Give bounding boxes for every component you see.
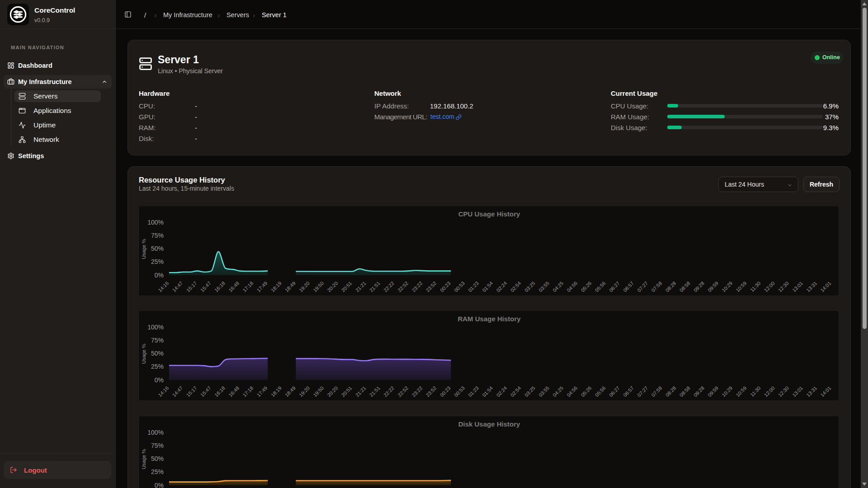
svg-text:17:18: 17:18: [241, 385, 254, 398]
svg-text:50%: 50%: [151, 350, 164, 357]
svg-text:12:00: 12:00: [763, 385, 776, 398]
svg-text:100%: 100%: [147, 324, 164, 331]
svg-text:Usage %: Usage %: [141, 239, 146, 259]
svg-text:12:30: 12:30: [777, 280, 790, 293]
svg-text:25%: 25%: [151, 363, 164, 370]
svg-text:04:56: 04:56: [566, 385, 578, 398]
svg-text:20:20: 20:20: [326, 385, 339, 398]
svg-text:RAM Usage History: RAM Usage History: [458, 315, 521, 323]
svg-text:08:58: 08:58: [679, 385, 691, 398]
svg-text:11:30: 11:30: [749, 385, 761, 397]
svg-text:15:17: 15:17: [185, 385, 198, 398]
svg-text:00:53: 00:53: [453, 385, 466, 398]
svg-text:01:23: 01:23: [467, 280, 480, 293]
svg-text:21:21: 21:21: [354, 385, 367, 398]
svg-text:14:47: 14:47: [171, 280, 184, 293]
svg-text:14:16: 14:16: [157, 280, 170, 293]
svg-text:22:22: 22:22: [382, 385, 395, 398]
svg-text:03:55: 03:55: [538, 385, 550, 398]
svg-text:13:01: 13:01: [791, 280, 804, 293]
svg-text:75%: 75%: [151, 337, 164, 344]
svg-text:01:54: 01:54: [481, 280, 494, 293]
svg-text:02:24: 02:24: [495, 280, 508, 293]
svg-text:10:59: 10:59: [735, 385, 747, 398]
svg-text:05:56: 05:56: [594, 280, 607, 293]
svg-text:21:51: 21:51: [368, 280, 381, 293]
svg-text:16:48: 16:48: [227, 280, 240, 293]
svg-text:13:31: 13:31: [805, 280, 818, 293]
svg-text:18:19: 18:19: [270, 385, 283, 398]
svg-text:02:24: 02:24: [495, 385, 508, 398]
svg-text:19:20: 19:20: [298, 385, 311, 398]
svg-text:15:47: 15:47: [199, 280, 212, 293]
svg-text:00:23: 00:23: [439, 385, 452, 398]
svg-text:04:56: 04:56: [566, 280, 578, 293]
svg-text:0%: 0%: [155, 272, 164, 279]
svg-text:14:01: 14:01: [819, 280, 832, 293]
svg-text:0%: 0%: [155, 482, 164, 488]
svg-text:Disk Usage History: Disk Usage History: [458, 420, 520, 428]
svg-text:17:49: 17:49: [256, 280, 269, 293]
svg-text:22:52: 22:52: [396, 385, 409, 398]
svg-text:13:01: 13:01: [791, 385, 804, 398]
svg-text:23:22: 23:22: [411, 280, 424, 293]
svg-text:12:00: 12:00: [763, 280, 776, 293]
svg-text:05:26: 05:26: [580, 385, 593, 398]
svg-text:20:20: 20:20: [326, 280, 339, 293]
svg-text:Usage %: Usage %: [141, 343, 146, 364]
svg-text:04:25: 04:25: [552, 385, 564, 398]
svg-text:100%: 100%: [147, 429, 164, 436]
svg-text:50%: 50%: [151, 245, 164, 252]
svg-text:22:52: 22:52: [396, 280, 409, 293]
svg-text:10:29: 10:29: [721, 280, 733, 293]
svg-text:18:19: 18:19: [270, 280, 283, 293]
svg-text:07:27: 07:27: [636, 280, 649, 293]
svg-text:06:27: 06:27: [608, 280, 621, 293]
svg-text:25%: 25%: [151, 258, 164, 265]
svg-text:14:47: 14:47: [171, 385, 184, 398]
svg-text:08:58: 08:58: [679, 280, 691, 293]
svg-text:05:26: 05:26: [580, 280, 593, 293]
svg-text:14:01: 14:01: [819, 385, 832, 398]
svg-text:01:23: 01:23: [467, 385, 480, 398]
svg-text:06:27: 06:27: [608, 385, 621, 398]
svg-text:21:21: 21:21: [354, 280, 367, 293]
svg-text:23:52: 23:52: [425, 385, 438, 398]
svg-text:11:30: 11:30: [749, 280, 761, 292]
svg-text:18:49: 18:49: [284, 385, 297, 398]
svg-text:10:29: 10:29: [721, 385, 733, 398]
svg-text:14:16: 14:16: [157, 385, 170, 398]
svg-text:15:17: 15:17: [185, 280, 198, 293]
svg-text:0%: 0%: [155, 376, 164, 384]
svg-text:03:25: 03:25: [524, 385, 536, 398]
svg-text:16:48: 16:48: [227, 385, 240, 398]
svg-text:19:50: 19:50: [312, 385, 325, 398]
svg-text:25%: 25%: [151, 468, 164, 475]
svg-text:09:28: 09:28: [693, 385, 705, 398]
svg-text:15:47: 15:47: [199, 385, 212, 398]
svg-text:22:22: 22:22: [382, 280, 395, 293]
svg-text:20:51: 20:51: [340, 280, 353, 293]
svg-text:00:23: 00:23: [439, 280, 452, 293]
svg-text:02:54: 02:54: [509, 280, 522, 293]
svg-text:19:20: 19:20: [298, 280, 311, 293]
svg-text:07:27: 07:27: [636, 385, 649, 398]
svg-text:02:54: 02:54: [509, 385, 522, 398]
svg-text:07:58: 07:58: [650, 385, 663, 398]
svg-text:18:49: 18:49: [284, 280, 297, 293]
svg-text:50%: 50%: [151, 455, 164, 462]
svg-text:00:53: 00:53: [453, 280, 466, 293]
svg-text:06:57: 06:57: [622, 280, 635, 293]
svg-text:23:22: 23:22: [411, 385, 424, 398]
svg-text:75%: 75%: [151, 232, 164, 239]
svg-text:01:54: 01:54: [481, 385, 494, 398]
svg-text:21:51: 21:51: [368, 385, 381, 398]
svg-text:09:59: 09:59: [707, 280, 719, 293]
svg-text:Usage %: Usage %: [141, 449, 146, 469]
svg-text:10:59: 10:59: [735, 280, 747, 293]
svg-text:13:31: 13:31: [805, 385, 818, 398]
svg-text:100%: 100%: [147, 219, 164, 226]
svg-text:12:30: 12:30: [777, 385, 790, 398]
svg-text:07:58: 07:58: [650, 280, 663, 293]
svg-text:16:18: 16:18: [213, 280, 226, 293]
